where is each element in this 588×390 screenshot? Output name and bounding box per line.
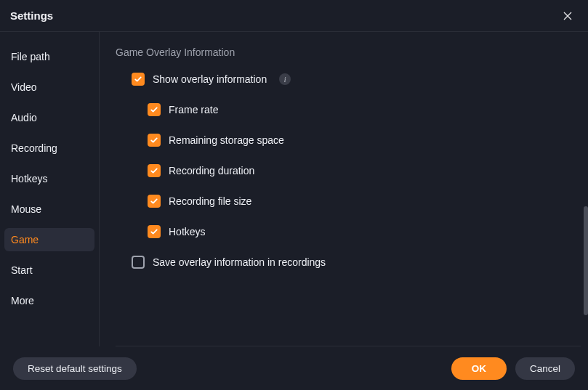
sidebar-item-more[interactable]: More [4, 289, 94, 312]
option-label: Frame rate [169, 104, 218, 115]
checkbox-recording-duration[interactable] [148, 164, 161, 177]
section-divider [116, 346, 581, 346]
option-row: Recording duration [148, 164, 575, 177]
section-title: Game Overlay Information [116, 46, 575, 58]
option-row: Hotkeys [148, 225, 575, 238]
checkbox-frame-rate[interactable] [148, 103, 161, 116]
sidebar-item-video[interactable]: Video [4, 76, 94, 99]
check-icon [150, 197, 158, 206]
scrollbar-thumb[interactable] [584, 206, 588, 315]
close-icon [562, 10, 573, 22]
option-row: Remaining storage space [148, 134, 575, 147]
checkbox-save-overlay-in-recordings[interactable] [132, 256, 145, 269]
sidebar: File pathVideoAudioRecordingHotkeysMouse… [0, 32, 100, 346]
options-list: Show overlay informationiFrame rateRemai… [116, 73, 575, 269]
check-icon [150, 227, 158, 236]
checkbox-show-overlay[interactable] [132, 73, 145, 86]
sidebar-item-audio[interactable]: Audio [4, 106, 94, 129]
close-button[interactable] [557, 6, 578, 26]
option-label: Recording duration [169, 165, 254, 176]
sidebar-item-mouse[interactable]: Mouse [4, 198, 94, 221]
checkbox-remaining-storage[interactable] [148, 134, 161, 147]
option-label: Save overlay information in recordings [153, 256, 326, 268]
option-label: Show overlay information [153, 73, 267, 85]
check-icon [150, 166, 158, 175]
checkbox-recording-file-size[interactable] [148, 195, 161, 208]
option-label: Hotkeys [169, 226, 206, 237]
option-row: Recording file size [148, 195, 575, 208]
check-icon [150, 105, 158, 114]
reset-button[interactable]: Reset default settings [13, 357, 137, 380]
sidebar-item-file-path[interactable]: File path [4, 45, 94, 68]
sidebar-item-game[interactable]: Game [4, 228, 94, 251]
sidebar-item-recording[interactable]: Recording [4, 137, 94, 160]
option-label: Remaining storage space [169, 134, 284, 146]
option-row: Save overlay information in recordings [132, 256, 575, 269]
option-label: Recording file size [169, 195, 251, 207]
check-icon [134, 75, 142, 84]
option-row: Frame rate [148, 103, 575, 116]
titlebar: Settings [0, 0, 588, 32]
check-icon [150, 136, 158, 145]
footer: Reset default settings OK Cancel [0, 346, 588, 390]
content-pane: Game Overlay Information Show overlay in… [100, 32, 588, 346]
ok-button[interactable]: OK [451, 357, 507, 380]
info-icon[interactable]: i [279, 73, 291, 85]
option-row: Show overlay informationi [132, 73, 575, 86]
sidebar-item-start[interactable]: Start [4, 259, 94, 282]
window-title: Settings [10, 9, 53, 22]
checkbox-hotkeys[interactable] [148, 225, 161, 238]
cancel-button[interactable]: Cancel [515, 357, 575, 380]
sidebar-item-hotkeys[interactable]: Hotkeys [4, 167, 94, 190]
